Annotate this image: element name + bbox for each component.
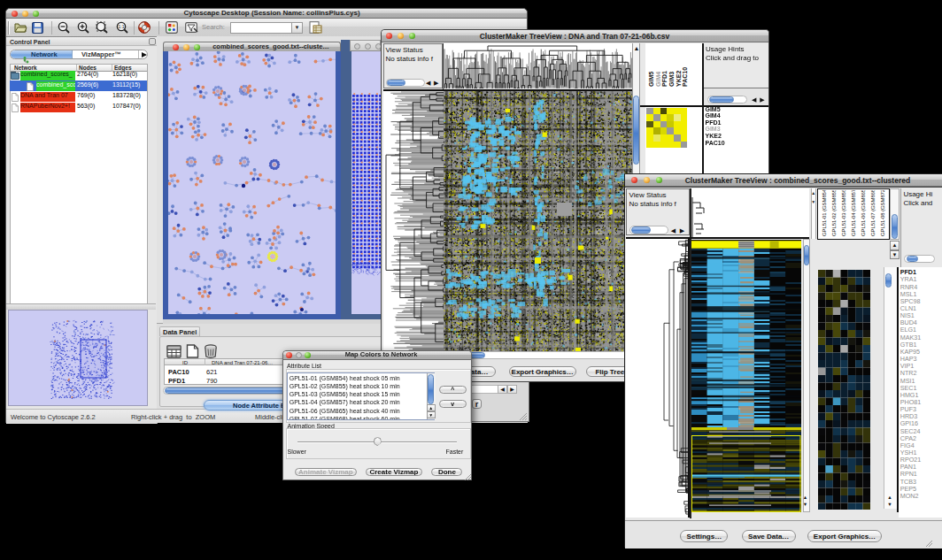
- svg-text:1:1: 1:1: [119, 24, 125, 29]
